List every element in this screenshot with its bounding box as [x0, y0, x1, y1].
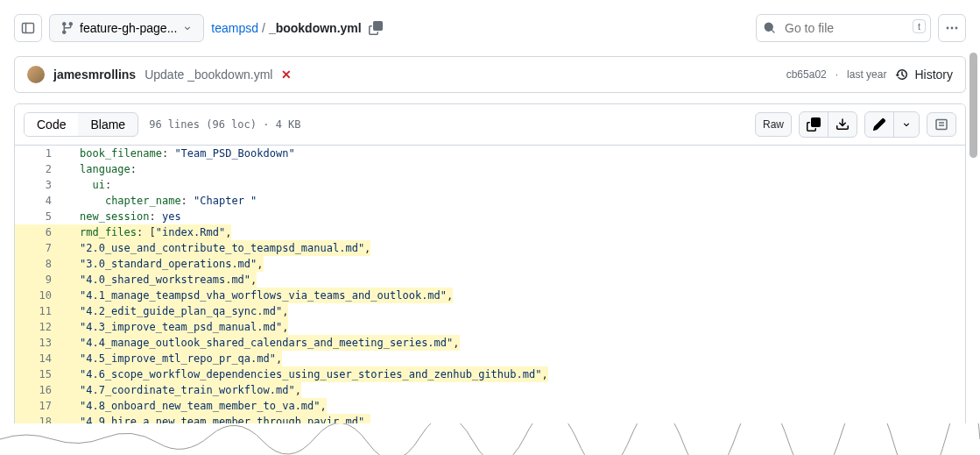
code-line: 3 ui:	[15, 177, 965, 193]
breadcrumb-file: _bookdown.yml	[269, 21, 362, 35]
line-number[interactable]: 3	[15, 177, 67, 193]
copy-icon	[807, 117, 821, 132]
line-number[interactable]: 6	[15, 224, 67, 240]
copy-path-button[interactable]	[369, 21, 383, 35]
line-content: chapter_name: "Chapter "	[67, 193, 257, 209]
line-content: "4.8_onboard_new_team_member_to_va.md",	[67, 398, 327, 414]
file-viewer: Code Blame 96 lines (96 loc) · 4 KB Raw …	[14, 103, 966, 446]
commit-message[interactable]: Update _bookdown.yml	[145, 68, 272, 82]
code-line: 2language:	[15, 161, 965, 177]
file-viewer-header: Code Blame 96 lines (96 loc) · 4 KB Raw	[15, 104, 965, 146]
status-x-icon[interactable]: ✕	[281, 68, 292, 82]
line-content: "4.4_manage_outlook_shared_calendars_and…	[67, 335, 460, 351]
line-content: new_session: yes	[67, 209, 181, 224]
line-number[interactable]: 9	[15, 272, 67, 288]
line-number[interactable]: 11	[15, 303, 67, 319]
svg-point-3	[951, 27, 954, 30]
code-body[interactable]: 1book_filename: "Team_PSD_Bookdown"2lang…	[15, 146, 965, 445]
code-line: 7"2.0_use_and_contribute_to_teampsd_manu…	[15, 240, 965, 256]
code-line: 17"4.8_onboard_new_team_member_to_va.md"…	[15, 398, 965, 414]
code-line: 15"4.6_scope_workflow_dependencies_using…	[15, 366, 965, 382]
line-content: "4.1_manage_teampsd_vha_worflows_via_tea…	[67, 288, 453, 303]
breadcrumb-sep: /	[262, 21, 265, 35]
copy-icon	[369, 21, 383, 35]
line-number[interactable]: 15	[15, 366, 67, 382]
breadcrumb-repo[interactable]: teampsd	[211, 21, 258, 35]
history-icon	[895, 68, 909, 82]
line-content: "4.2_edit_guide_plan_qa_sync.md",	[67, 303, 288, 319]
tab-code[interactable]: Code	[25, 113, 78, 136]
commit-time: last year	[847, 68, 886, 81]
commit-sha[interactable]: cb65a02	[786, 68, 827, 81]
torn-edge	[0, 423, 980, 455]
svg-point-4	[955, 27, 958, 30]
download-icon	[835, 117, 850, 132]
code-line: 13"4.4_manage_outlook_shared_calendars_a…	[15, 335, 965, 351]
search-key-hint: t	[913, 19, 926, 33]
line-content: "3.0_standard_operations.md",	[67, 256, 264, 272]
chevron-down-icon	[182, 23, 193, 33]
search-icon	[763, 21, 777, 38]
svg-rect-0	[23, 24, 34, 33]
code-line: 8"3.0_standard_operations.md",	[15, 256, 965, 272]
code-line: 4 chapter_name: "Chapter "	[15, 193, 965, 209]
code-line: 10"4.1_manage_teampsd_vha_worflows_via_t…	[15, 288, 965, 303]
line-content: "4.7_coordinate_train_workflow.md",	[67, 382, 301, 398]
side-panel-toggle[interactable]	[14, 14, 42, 42]
branch-select[interactable]: feature-gh-page...	[49, 14, 204, 42]
line-content: "4.5_improve_mtl_repo_pr_qa.md",	[67, 351, 282, 366]
more-actions-button[interactable]	[938, 14, 966, 42]
code-line: 14"4.5_improve_mtl_repo_pr_qa.md",	[15, 351, 965, 366]
line-number[interactable]: 8	[15, 256, 67, 272]
scrollbar-thumb[interactable]	[969, 53, 977, 158]
code-line: 6rmd_files: ["index.Rmd",	[15, 224, 965, 240]
line-content: ui:	[67, 177, 111, 193]
chevron-down-icon	[901, 119, 912, 130]
code-line: 11"4.2_edit_guide_plan_qa_sync.md",	[15, 303, 965, 319]
commit-author[interactable]: jamesmrollins	[53, 68, 136, 82]
file-search-input[interactable]	[756, 14, 931, 42]
edit-dropdown[interactable]	[894, 112, 919, 137]
top-row: feature-gh-page... teampsd / _bookdown.y…	[14, 0, 966, 56]
line-content: book_filename: "Team_PSD_Bookdown"	[67, 146, 295, 161]
line-content: "2.0_use_and_contribute_to_teampsd_manua…	[67, 240, 370, 256]
avatar	[27, 66, 45, 83]
line-number[interactable]: 7	[15, 240, 67, 256]
download-button[interactable]	[828, 112, 857, 137]
code-line: 9"4.0_shared_workstreams.md",	[15, 272, 965, 288]
code-line: 12"4.3_improve_team_psd_manual.md",	[15, 319, 965, 335]
line-number[interactable]: 5	[15, 209, 67, 224]
breadcrumb: teampsd / _bookdown.yml	[211, 21, 382, 35]
line-number[interactable]: 10	[15, 288, 67, 303]
pencil-icon	[872, 117, 886, 132]
code-line: 16"4.7_coordinate_train_workflow.md",	[15, 382, 965, 398]
file-search: t	[756, 14, 931, 42]
line-number[interactable]: 1	[15, 146, 67, 161]
svg-point-2	[947, 27, 949, 30]
history-button[interactable]: History	[895, 68, 953, 82]
symbols-button[interactable]	[927, 112, 956, 137]
git-branch-icon	[60, 21, 74, 35]
svg-rect-5	[936, 120, 947, 130]
copy-raw-button[interactable]	[800, 112, 828, 137]
history-label: History	[914, 68, 953, 82]
edit-button[interactable]	[865, 112, 894, 137]
line-number[interactable]: 12	[15, 319, 67, 335]
line-number[interactable]: 17	[15, 398, 67, 414]
panel-left-icon	[21, 21, 35, 35]
line-content: rmd_files: ["index.Rmd",	[67, 224, 231, 240]
kebab-icon	[945, 21, 959, 35]
branch-name: feature-gh-page...	[80, 21, 177, 35]
line-content: "4.3_improve_team_psd_manual.md",	[67, 319, 288, 335]
line-number[interactable]: 4	[15, 193, 67, 209]
line-content: "4.6_scope_workflow_dependencies_using_u…	[67, 366, 548, 382]
latest-commit: jamesmrollins Update _bookdown.yml ✕ cb6…	[14, 56, 966, 93]
line-number[interactable]: 14	[15, 351, 67, 366]
line-number[interactable]: 16	[15, 382, 67, 398]
line-content: language:	[67, 161, 137, 177]
line-number[interactable]: 13	[15, 335, 67, 351]
raw-button[interactable]: Raw	[755, 112, 792, 137]
line-number[interactable]: 2	[15, 161, 67, 177]
tab-blame[interactable]: Blame	[78, 113, 137, 136]
line-content: "4.0_shared_workstreams.md",	[67, 272, 257, 288]
